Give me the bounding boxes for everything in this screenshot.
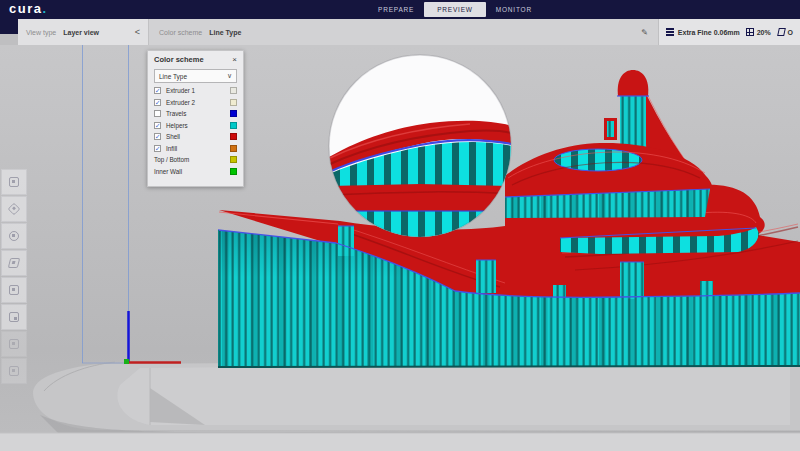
rotate-tool-icon [9,231,19,241]
close-icon[interactable]: × [232,56,237,64]
extruder2-checkbox[interactable]: ✓ [154,99,161,106]
app-logo: cura. [9,1,48,16]
color-scheme-value: Line Type [209,29,241,36]
extension-tool-button-2[interactable] [1,358,27,384]
infill-value: 20% [757,29,771,36]
legend-row-extruder2[interactable]: ✓ Extruder 2 [148,97,243,109]
mirror-tool-button[interactable] [1,250,27,276]
legend-row-shell[interactable]: ✓ Shell [148,131,243,143]
layer-height-icon [666,28,674,36]
toolbar-spacer [251,19,641,45]
top-bottom-swatch [230,156,237,163]
magnifier-circle [329,55,512,237]
support-blocker-icon [9,312,19,322]
shell-checkbox[interactable]: ✓ [154,133,161,140]
infill-icon [746,28,754,36]
support-blocker-button[interactable] [1,304,27,330]
profile-value: Extra Fine 0.06mm [678,29,740,36]
color-scheme-dropdown[interactable]: Line Type ∨ [154,69,237,83]
dropdown-value: Line Type [159,73,187,80]
legend-row-infill[interactable]: ✓ Infill [148,143,243,155]
helpers-checkbox[interactable]: ✓ [154,122,161,129]
color-scheme-label: Color scheme [159,29,202,36]
legend-row-inner-wall: Inner Wall [148,166,243,178]
shell-swatch [230,133,237,140]
helpers-swatch [230,122,237,129]
rotate-tool-button[interactable] [1,223,27,249]
per-model-settings-button[interactable] [1,277,27,303]
scale-tool-icon [8,203,21,216]
inner-wall-swatch [230,168,237,175]
tab-preview[interactable]: PREVIEW [424,2,486,17]
tool-column [1,169,28,385]
extruder1-swatch [230,87,237,94]
support-value-truncated: O [788,29,793,36]
legend-row-extruder1[interactable]: ✓ Extruder 1 [148,85,243,97]
logo-dot: . [42,1,47,16]
extension-tool-icon-2 [9,366,19,376]
viewport-3d[interactable] [0,45,800,451]
view-toolbar: View type Layer view < Color scheme Line… [18,19,800,45]
edit-pencil-icon[interactable]: ✎ [641,28,648,37]
travels-swatch [230,110,237,117]
top-bar: cura. PREPARE PREVIEW MONITOR [0,0,800,19]
per-model-settings-icon [9,285,19,295]
infill-checkbox[interactable]: ✓ [154,145,161,152]
infill-swatch [230,145,237,152]
panel-header[interactable]: Color scheme × [148,51,243,66]
view-type-label: View type [26,29,56,36]
travels-checkbox[interactable] [154,110,161,117]
legend-row-helpers[interactable]: ✓ Helpers [148,120,243,132]
view-type-selector[interactable]: View type Layer view < [18,19,148,45]
extruder1-checkbox[interactable]: ✓ [154,87,161,94]
mirror-tool-icon [8,258,20,268]
extension-tool-button-1[interactable] [1,331,27,357]
panel-title: Color scheme [154,55,204,64]
color-scheme-panel: Color scheme × Line Type ∨ ✓ Extruder 1 … [147,50,244,187]
view-type-value: Layer view [63,29,99,36]
build-plate-edge [0,433,800,451]
print-settings-summary[interactable]: Extra Fine 0.06mm 20% O [658,19,800,45]
legend-row-top-bottom: Top / Bottom [148,154,243,166]
scale-tool-button[interactable] [1,196,27,222]
extension-tool-icon-1 [9,339,19,349]
legend-row-travels[interactable]: Travels [148,108,243,120]
stage-tabs: PREPARE PREVIEW MONITOR [368,0,542,19]
chevron-down-icon: ∨ [227,72,232,80]
support-icon [777,28,786,36]
collapse-chevron-icon[interactable]: < [135,28,140,37]
move-tool-icon [9,177,19,187]
extruder2-swatch [230,99,237,106]
tab-prepare[interactable]: PREPARE [368,2,424,17]
tab-monitor[interactable]: MONITOR [486,2,542,17]
logo-corner-notch [0,19,18,34]
color-scheme-selector[interactable]: Color scheme Line Type [148,19,251,45]
move-tool-button[interactable] [1,169,27,195]
ghost-model [33,359,800,435]
